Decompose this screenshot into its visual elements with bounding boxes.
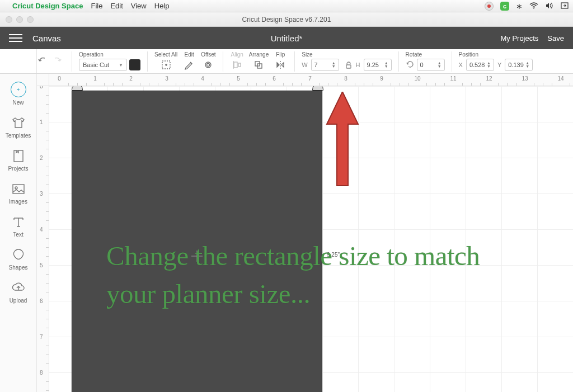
y-spinner[interactable]: ▲▼ [525,62,529,68]
svg-point-3 [205,62,211,68]
shapes-icon [11,248,26,262]
undo-button[interactable] [37,55,48,68]
plus-icon: + [11,82,26,97]
x-spinner[interactable]: ▲▼ [487,62,491,68]
shirt-icon [11,116,26,130]
document-title: Untitled* [0,34,573,43]
text-icon [11,215,26,229]
svg-rect-5 [234,62,237,68]
width-label: W [302,62,307,68]
svg-marker-13 [327,92,358,186]
svg-point-4 [207,64,210,67]
svg-rect-6 [238,63,241,67]
rotate-spinner[interactable]: ▲▼ [438,62,442,68]
app-name[interactable]: Cricut Design Space [12,2,83,10]
height-spinner[interactable]: ▲▼ [384,62,388,68]
annotation-arrow [326,92,359,187]
flip-label: Flip [276,51,285,58]
y-input[interactable]: 0.139▲▼ [505,59,533,71]
align-button [230,59,245,71]
width-spinner[interactable]: ▲▼ [332,62,336,68]
rotate-input[interactable]: 0▲▼ [417,59,445,71]
ruler-horizontal: 01234567891011121314 [49,74,573,86]
x-label: X [459,62,463,68]
app-header: Canvas Untitled* My Projects Save [0,27,573,49]
offset-button[interactable] [201,59,215,71]
window-titlebar: Cricut Design Space v6.7.201 [0,12,573,27]
left-sidebar: + New Templates Projects Images Text Sha… [0,74,37,392]
svg-point-0 [533,7,534,8]
svg-rect-11 [13,185,24,193]
image-icon [11,182,26,196]
edit-button[interactable] [182,59,196,71]
edit-label: Edit [185,51,194,58]
flip-button[interactable] [273,59,288,71]
mac-menubar: Cricut Design Space File Edit View Help … [0,0,573,12]
color-swatch[interactable] [129,59,140,70]
edit-toolbar: Operation Basic Cut ▼ Select All Edit Of… [0,49,573,74]
size-label: Size [302,51,312,58]
menu-edit[interactable]: Edit [110,2,123,10]
fullscreen-icon[interactable] [561,2,569,11]
y-label: Y [497,62,501,68]
sidebar-item-images[interactable]: Images [0,177,36,210]
svg-rect-9 [346,65,351,68]
height-label: H [356,62,360,68]
wifi-icon[interactable] [529,2,538,11]
sidebar-item-upload[interactable]: Upload [0,276,36,309]
rotate-icon [406,60,415,70]
offset-label: Offset [201,51,216,58]
bluetooth-icon[interactable]: ∗ [516,2,523,11]
volume-icon[interactable] [545,2,554,11]
hamburger-menu-button[interactable] [9,34,22,42]
arrange-button[interactable] [251,59,266,71]
canvas-label: Canvas [32,34,61,43]
menu-view[interactable]: View [131,2,147,10]
arrange-label: Arrange [249,51,269,58]
upload-icon [11,281,26,295]
align-label: Align [231,51,243,58]
ruler-vertical: 012345678 [37,86,49,392]
chevron-down-icon: ▼ [119,63,123,68]
select-all-button[interactable] [159,59,173,71]
menu-file[interactable]: File [91,2,102,10]
operation-select[interactable]: Basic Cut ▼ [79,59,127,71]
x-input[interactable]: 0.528▲▼ [466,59,494,71]
sidebar-item-shapes[interactable]: Shapes [0,243,36,276]
position-label: Position [459,51,479,58]
sidebar-item-new[interactable]: + New [0,77,36,111]
cricut-tray-icon[interactable]: c [500,2,509,11]
rotate-label: Rotate [406,51,422,58]
annotation-text: Change the rectangle size to match your … [106,237,487,313]
width-input[interactable]: 7▲▼ [311,59,339,71]
select-all-label: Select All [154,51,177,58]
save-button[interactable]: Save [547,34,564,42]
window-title-text: Cricut Design Space v6.7.201 [0,16,573,23]
size-lock-button[interactable] [345,61,353,69]
sidebar-item-projects[interactable]: Projects [0,144,36,177]
projects-icon [11,149,26,163]
sidebar-item-templates[interactable]: Templates [0,111,36,144]
ruler-corner [37,74,49,86]
menu-help[interactable]: Help [154,2,170,10]
my-projects-link[interactable]: My Projects [500,34,538,42]
redo-button[interactable] [51,55,63,68]
sidebar-item-text[interactable]: Text [0,210,36,243]
status-icon[interactable] [485,2,494,11]
operation-label: Operation [79,51,104,58]
height-input[interactable]: 9.25▲▼ [364,59,392,71]
svg-point-12 [15,187,17,189]
canvas-area[interactable]: 01234567891011121314 012345678 9.25" Cha… [37,74,573,392]
